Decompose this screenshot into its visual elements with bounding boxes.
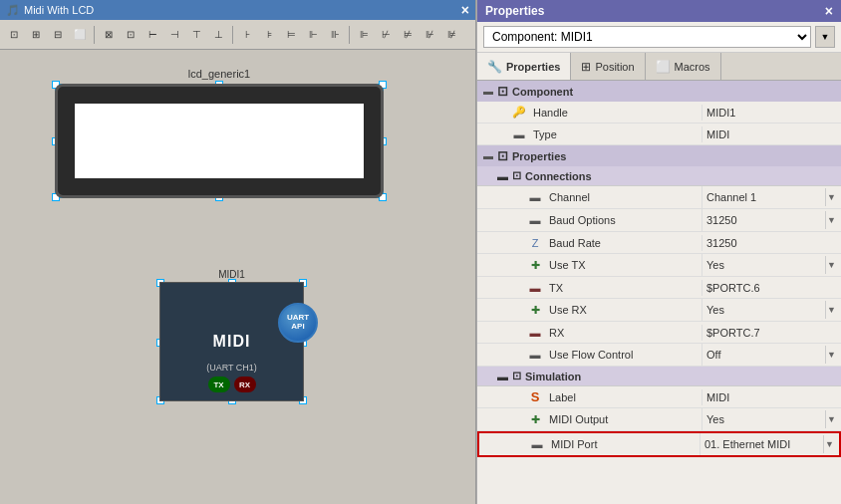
properties-title: Properties (485, 4, 544, 18)
baud-rate-name: Baud Rate (545, 235, 701, 251)
toolbar-btn-5[interactable]: ⊠ (99, 25, 119, 45)
prop-baud-options: ▬ Baud Options 31250 ▼ (477, 209, 841, 232)
prop-midi-output: ✚ MIDI Output Yes ▼ (477, 408, 841, 431)
properties-section-icon: ⊡ (497, 148, 508, 163)
channel-value-text: Channel 1 (706, 191, 825, 203)
flow-control-icon: ▬ (525, 349, 545, 361)
channel-value[interactable]: Channel 1 ▼ (701, 186, 841, 208)
midi-component-text: MIDI (213, 333, 251, 351)
prop-channel: ▬ Channel Channel 1 ▼ (477, 186, 841, 209)
toolbar-btn-1[interactable]: ⊡ (4, 25, 24, 45)
toolbar-btn-9[interactable]: ⊤ (186, 25, 206, 45)
toolbar-btn-14[interactable]: ⊩ (303, 25, 323, 45)
channel-dropdown[interactable]: ▼ (825, 188, 837, 206)
toolbar-btn-4[interactable]: ⬜ (70, 25, 90, 45)
tx-value-text: $PORTC.6 (706, 282, 837, 294)
baud-options-icon: ▬ (525, 214, 545, 226)
channel-name: Channel (545, 189, 701, 205)
midi-output-dropdown[interactable]: ▼ (825, 410, 837, 428)
handle-value-text: MIDI1 (706, 107, 837, 119)
toolbar-btn-16[interactable]: ⊫ (354, 25, 374, 45)
baud-options-value[interactable]: 31250 ▼ (701, 209, 841, 231)
midi-port-value-text: 01. Ethernet MIDI (704, 438, 823, 450)
toolbar-btn-19[interactable]: ⊮ (420, 25, 439, 45)
use-tx-icon: ✚ (525, 259, 545, 272)
midi-output-value[interactable]: Yes ▼ (701, 408, 841, 430)
sim-label-value: MIDI (701, 389, 841, 405)
toolbar-btn-11[interactable]: ⊦ (237, 25, 257, 45)
component-select[interactable]: Component: MIDI1 (483, 26, 811, 48)
properties-title-bar: Properties × (477, 0, 841, 22)
toolbar-btn-15[interactable]: ⊪ (325, 25, 345, 45)
midi-port-value[interactable]: 01. Ethernet MIDI ▼ (700, 433, 839, 455)
rx-port: RX (234, 377, 256, 392)
baud-options-dropdown[interactable]: ▼ (825, 211, 837, 229)
tx-name: TX (545, 280, 701, 296)
component-icon: ⊡ (497, 84, 508, 99)
toolbar-btn-18[interactable]: ⊭ (398, 25, 418, 45)
tx-port: TX (208, 377, 230, 392)
toolbar-btn-10[interactable]: ⊥ (208, 25, 228, 45)
prop-tx: ▬ TX $PORTC.6 (477, 277, 841, 299)
midi-component-wrapper[interactable]: MIDI1 MIDI UARTAPI (159, 269, 304, 401)
toolbar-btn-13[interactable]: ⊨ (281, 25, 301, 45)
canvas-area[interactable]: lcd_generic1 MIDI1 (0, 50, 475, 504)
connections-icon: ⊡ (512, 169, 521, 182)
use-rx-value[interactable]: Yes ▼ (701, 299, 841, 321)
label-icon: S (525, 389, 545, 404)
lcd-selection-area (55, 84, 384, 198)
midi-port-dropdown[interactable]: ▼ (823, 435, 835, 453)
sep-3 (349, 26, 350, 44)
component-select-arrow[interactable]: ▼ (815, 26, 835, 48)
use-tx-name: Use TX (545, 257, 701, 273)
use-rx-dropdown[interactable]: ▼ (825, 301, 837, 319)
connections-collapse[interactable]: ▬ (497, 170, 508, 182)
flow-control-name: Use Flow Control (545, 347, 701, 363)
toolbar-btn-3[interactable]: ⊟ (48, 25, 68, 45)
close-button[interactable]: × (461, 2, 469, 18)
baud-rate-value-text: 31250 (706, 237, 837, 249)
properties-close[interactable]: × (825, 3, 833, 19)
collapse-properties[interactable]: ▬ (483, 150, 493, 161)
toolbar-btn-8[interactable]: ⊣ (164, 25, 184, 45)
sim-label-value-text: MIDI (706, 391, 837, 403)
prop-rx: ▬ RX $PORTC.7 (477, 322, 841, 344)
toolbar-btn-2[interactable]: ⊞ (26, 25, 46, 45)
flow-control-dropdown[interactable]: ▼ (825, 346, 837, 364)
section-component-label: Component (512, 86, 573, 98)
uart-ch-label: (UART CH1) (206, 363, 257, 373)
toolbar: ⊡ ⊞ ⊟ ⬜ ⊠ ⊡ ⊢ ⊣ ⊤ ⊥ ⊦ ⊧ ⊨ ⊩ ⊪ ⊫ ⊬ ⊭ ⊮ ⊯ (0, 20, 475, 50)
lcd-screen (55, 84, 384, 198)
lcd-component[interactable]: lcd_generic1 (55, 68, 384, 197)
tab-position[interactable]: ⊞ Position (571, 53, 645, 80)
toolbar-btn-6[interactable]: ⊡ (121, 25, 140, 45)
midi-output-value-text: Yes (706, 413, 825, 425)
toolbar-btn-20[interactable]: ⊯ (441, 25, 461, 45)
component-selector-row: Component: MIDI1 ▼ (477, 22, 841, 53)
prop-midi-port: ▬ MIDI Port 01. Ethernet MIDI ▼ (477, 431, 841, 457)
toolbar-btn-7[interactable]: ⊢ (142, 25, 162, 45)
tab-properties[interactable]: 🔧 Properties (477, 53, 571, 80)
tab-macros-label: Macros (675, 61, 710, 73)
use-tx-dropdown[interactable]: ▼ (825, 256, 837, 274)
baud-rate-value: 31250 (701, 235, 841, 251)
title-bar: 🎵 Midi With LCD × (0, 0, 475, 20)
prop-use-flow-control: ▬ Use Flow Control Off ▼ (477, 344, 841, 367)
rx-icon: ▬ (525, 327, 545, 339)
baud-options-name: Baud Options (545, 212, 701, 228)
use-tx-value[interactable]: Yes ▼ (701, 254, 841, 276)
lcd-display (75, 104, 364, 178)
simulation-collapse[interactable]: ▬ (497, 371, 508, 382)
subsection-simulation: ▬ ⊡ Simulation (477, 367, 841, 386)
toolbar-btn-17[interactable]: ⊬ (376, 25, 396, 45)
toolbar-btn-12[interactable]: ⊧ (259, 25, 279, 45)
sep-1 (94, 26, 95, 44)
collapse-component[interactable]: ▬ (483, 86, 493, 97)
tab-macros[interactable]: ⬜ Macros (646, 53, 721, 80)
prop-handle: 🔑 Handle MIDI1 (477, 102, 841, 124)
flow-control-value[interactable]: Off ▼ (701, 344, 841, 366)
title-icon: 🎵 (6, 4, 20, 17)
sep-2 (232, 26, 233, 44)
midi-output-icon: ✚ (525, 413, 545, 426)
properties-panel: Properties × Component: MIDI1 ▼ 🔧 Proper… (476, 0, 841, 504)
